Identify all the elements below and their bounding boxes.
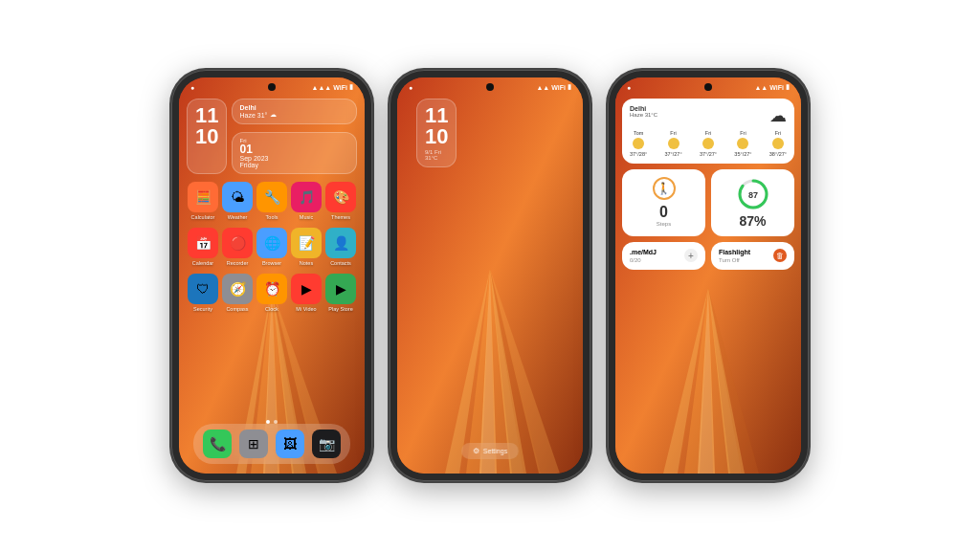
clock-widget[interactable]: 11 10 [187, 99, 227, 174]
date-day-num: 01 [239, 143, 349, 155]
shortcut1-title: .me/MdJ [630, 249, 657, 255]
weather-condition: Haze 31° [239, 112, 267, 119]
flashlight-delete-button[interactable]: 🗑 [773, 249, 787, 262]
contacts-label: Contacts [330, 260, 351, 266]
app-weather[interactable]: 🌤 Weather [221, 182, 254, 220]
phone3-battery-icon: ▮ [786, 83, 790, 91]
steps-widget[interactable]: 🚶 0 Steps [622, 169, 705, 236]
phone1-content: ● ▲▲▲ WiFi ▮ 11 10 Delhi [179, 77, 365, 474]
app-browser[interactable]: 🌐 Browser [256, 228, 288, 266]
phone2-battery-icon: ▮ [568, 83, 571, 91]
app-music[interactable]: 🎵 Music [290, 182, 323, 220]
dock-phone-icon: 📞 [203, 430, 232, 458]
forecast-fri1-temp: 37°/27° [664, 151, 681, 157]
forecast-fri2: Fri 37°/27° [700, 130, 717, 157]
app-grid-row2: 📅 Calendar 🔴 Recorder 🌐 Browser 📝 Notes [179, 224, 365, 270]
phone2-status-bar: ● ▲▲ WiFi ▮ [397, 77, 583, 97]
phone3-wifi-icon: WiFi [769, 84, 784, 91]
status-icons: ▲▲▲ WiFi ▮ [311, 83, 353, 91]
forecast-fri4: Fri 38°/27° [769, 130, 787, 157]
clock-hour: 11 [195, 105, 218, 126]
app-clock[interactable]: ⏰ Clock [256, 274, 288, 312]
phone2-clock-hour: 11 [425, 105, 448, 126]
app-calculator[interactable]: 🧮 Calculator [187, 182, 219, 220]
calendar-icon: 📅 [188, 228, 218, 258]
themes-label: Themes [331, 214, 350, 220]
app-recorder[interactable]: 🔴 Recorder [221, 228, 254, 266]
flashlight-title: Flashlight [719, 249, 750, 255]
settings-icon: ⚙ [473, 447, 479, 455]
themes-icon: 🎨 [325, 182, 356, 212]
calculator-icon: 🧮 [188, 182, 218, 212]
play-store-label: Play Store [328, 306, 352, 312]
forecast-fri1-day: Fri [664, 130, 681, 136]
app-notes[interactable]: 📝 Notes [290, 228, 323, 266]
app-security[interactable]: 🛡 Security [187, 274, 219, 312]
sun-icon-4 [737, 138, 748, 149]
dock-camera[interactable]: 📷 [312, 430, 341, 458]
sun-icon-5 [772, 138, 784, 149]
music-icon: 🎵 [291, 182, 322, 212]
phone2-status-dot: ● [409, 84, 412, 91]
date-weekday: Friday [239, 162, 349, 168]
weather-cloud-icon: ☁ [769, 105, 787, 126]
app-contacts[interactable]: 👤 Contacts [324, 228, 357, 266]
phone2-screen: ● ▲▲ WiFi ▮ 11 10 9/1 Fri 31°C ⚙ [397, 77, 583, 474]
phone2-content: ● ▲▲ WiFi ▮ 11 10 9/1 Fri 31°C ⚙ [397, 77, 583, 474]
app-themes[interactable]: 🎨 Themes [324, 182, 357, 220]
wifi-icon: WiFi [333, 84, 347, 91]
clock-icon: ⏰ [256, 274, 287, 304]
mi-video-label: Mi Video [296, 306, 316, 312]
phone1-screen: ● ▲▲▲ WiFi ▮ 11 10 Delhi [179, 77, 365, 474]
forecast-tom: Tom 37°/28° [630, 130, 647, 157]
play-store-icon: ▶ [325, 274, 356, 304]
app-calendar[interactable]: 📅 Calendar [187, 228, 219, 266]
forecast-fri3-temp: 35°/27° [734, 151, 751, 157]
weather-widget-phone3[interactable]: Delhi Haze 31°C ☁ Tom 37°/28° Fri [622, 99, 794, 164]
phone2-clock-widget[interactable]: 11 10 9/1 Fri 31°C [416, 99, 457, 167]
phone2: ● ▲▲ WiFi ▮ 11 10 9/1 Fri 31°C ⚙ [390, 70, 590, 481]
phone2-body: ● ▲▲ WiFi ▮ 11 10 9/1 Fri 31°C ⚙ [390, 70, 590, 481]
notes-label: Notes [300, 260, 313, 266]
compass-label: Compass [226, 306, 248, 312]
sun-icon-3 [702, 138, 714, 149]
weather-icon: ☁ [270, 111, 277, 119]
app-mi-video[interactable]: ▶ Mi Video [290, 274, 323, 312]
browser-label: Browser [262, 260, 281, 266]
status-bar: ● ▲▲▲ WiFi ▮ [179, 77, 365, 97]
battery-widget[interactable]: 87 87% [711, 169, 794, 236]
recorder-icon: 🔴 [222, 228, 253, 258]
clock-label: Clock [265, 306, 278, 312]
weather-condition-p3: Haze 31°C [630, 112, 657, 118]
phone3-status-icons: ▲▲ WiFi ▮ [754, 83, 790, 91]
forecast-fri2-day: Fri [700, 130, 717, 136]
shortcut1-add-button[interactable]: + [684, 249, 698, 262]
shortcut-me-widget[interactable]: .me/MdJ 0/20 + [622, 242, 705, 270]
date-widget[interactable]: Fri 01 Sep 2023 Friday [232, 132, 357, 174]
app-compass[interactable]: 🧭 Compass [221, 274, 254, 312]
phone2-signal-icon: ▲▲ [536, 84, 549, 91]
svg-text:87: 87 [747, 190, 757, 200]
flashlight-subtitle: Turn Off [719, 257, 750, 263]
phone1-body: ● ▲▲▲ WiFi ▮ 11 10 Delhi [171, 70, 372, 481]
phone3-status-dot: ● [627, 84, 631, 91]
settings-bar[interactable]: ⚙ Settings [461, 443, 519, 459]
dock-phone[interactable]: 📞 [203, 430, 232, 458]
contacts-icon: 👤 [325, 228, 356, 258]
security-icon: 🛡 [188, 274, 218, 304]
app-tools[interactable]: 🔧 Tools [256, 182, 288, 220]
music-label: Music [300, 214, 313, 220]
forecast-fri3: Fri 35°/27° [734, 130, 751, 157]
calendar-label: Calendar [192, 260, 213, 266]
phone3-screen: ● ▲▲ WiFi ▮ Delhi Haze 31°C ☁ [615, 77, 801, 474]
flashlight-widget[interactable]: Flashlight Turn Off 🗑 [711, 242, 794, 270]
weather-widget[interactable]: Delhi Haze 31° ☁ [232, 99, 357, 124]
dock-applist[interactable]: ⊞ [239, 430, 268, 458]
app-play-store[interactable]: ▶ Play Store [324, 274, 357, 312]
dock-gallery[interactable]: 🖼 [276, 430, 304, 458]
shortcut1-subtitle: 0/20 [630, 257, 657, 263]
phone3-body: ● ▲▲ WiFi ▮ Delhi Haze 31°C ☁ [608, 70, 809, 481]
forecast-fri2-temp: 37°/27° [700, 151, 717, 157]
battery-icon: ▮ [349, 83, 353, 91]
app-grid-row1: 🧮 Calculator 🌤 Weather 🔧 Tools 🎵 Music [179, 178, 365, 224]
